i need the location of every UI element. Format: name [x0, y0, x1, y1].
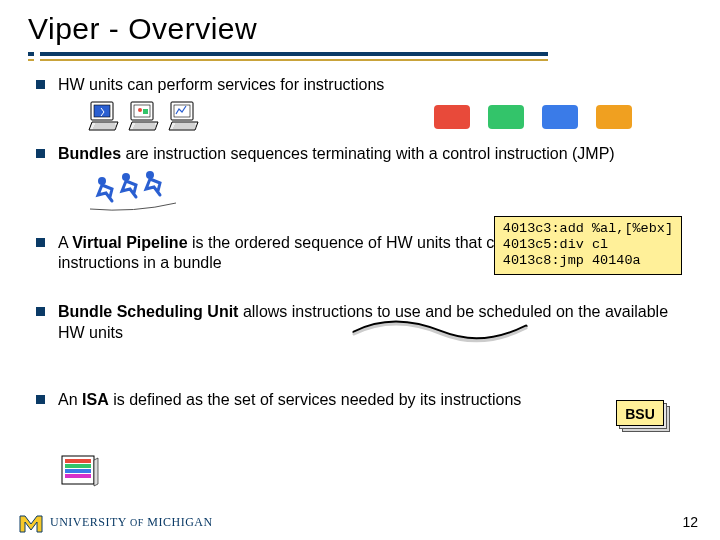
- svg-rect-14: [65, 469, 91, 473]
- block-blue: [542, 105, 578, 129]
- runners-icon: [88, 169, 178, 215]
- computer-icon: [168, 100, 204, 134]
- svg-rect-15: [65, 474, 91, 478]
- uni-a: UNIVERSITY: [50, 515, 130, 529]
- bullet-bold: Bundle Scheduling Unit: [58, 303, 238, 320]
- block-m-icon: [18, 510, 44, 534]
- bullet-text: A: [58, 234, 72, 251]
- uni-b: MICHIGAN: [144, 515, 213, 529]
- footer: UNIVERSITY OF MICHIGAN: [0, 504, 720, 540]
- svg-rect-5: [143, 109, 148, 114]
- code-line: 4013c5:div cl: [503, 237, 608, 252]
- curve-decoration: [350, 316, 530, 344]
- slide: Viper - Overview HW units can perform se…: [0, 0, 720, 540]
- block-orange: [596, 105, 632, 129]
- title-area: Viper - Overview: [28, 12, 692, 61]
- university-text: UNIVERSITY OF MICHIGAN: [50, 515, 213, 530]
- uni-of: OF: [130, 517, 144, 528]
- bullet-text: is defined as the set of services needed…: [109, 391, 522, 408]
- bullet-bold: Virtual Pipeline: [72, 234, 187, 251]
- page-number: 12: [682, 514, 698, 530]
- code-line: 4013c3:add %al,[%ebx]: [503, 221, 673, 236]
- svg-point-4: [138, 108, 142, 112]
- title-rule: [28, 52, 692, 61]
- university-logo: UNIVERSITY OF MICHIGAN: [18, 510, 213, 534]
- color-blocks: [434, 105, 632, 129]
- block-red: [434, 105, 470, 129]
- stripes-icon: [60, 454, 100, 488]
- illustration-row-1: [88, 100, 692, 134]
- computer-icon: [88, 100, 124, 134]
- bullet-item: An ISA is defined as the set of services…: [28, 390, 692, 411]
- pc-cluster: [88, 100, 204, 134]
- bsu-stack: BSU: [612, 400, 664, 432]
- page-title: Viper - Overview: [28, 12, 692, 46]
- bullet-bold: Bundles: [58, 145, 121, 162]
- bullet-text: An: [58, 391, 82, 408]
- bullet-item: Bundles are instruction sequences termin…: [28, 144, 692, 223]
- bsu-label: BSU: [616, 400, 664, 426]
- svg-rect-13: [65, 464, 91, 468]
- bullet-text: HW units can perform services for instru…: [58, 76, 384, 93]
- bullet-item: HW units can perform services for instru…: [28, 75, 692, 134]
- computer-icon: [128, 100, 164, 134]
- block-green: [488, 105, 524, 129]
- svg-rect-12: [65, 459, 91, 463]
- bullet-bold: ISA: [82, 391, 109, 408]
- bullet-text: are instruction sequences terminating wi…: [121, 145, 615, 162]
- code-line: 4013c8:jmp 40140a: [503, 253, 641, 268]
- code-box: 4013c3:add %al,[%ebx] 4013c5:div cl 4013…: [494, 216, 682, 275]
